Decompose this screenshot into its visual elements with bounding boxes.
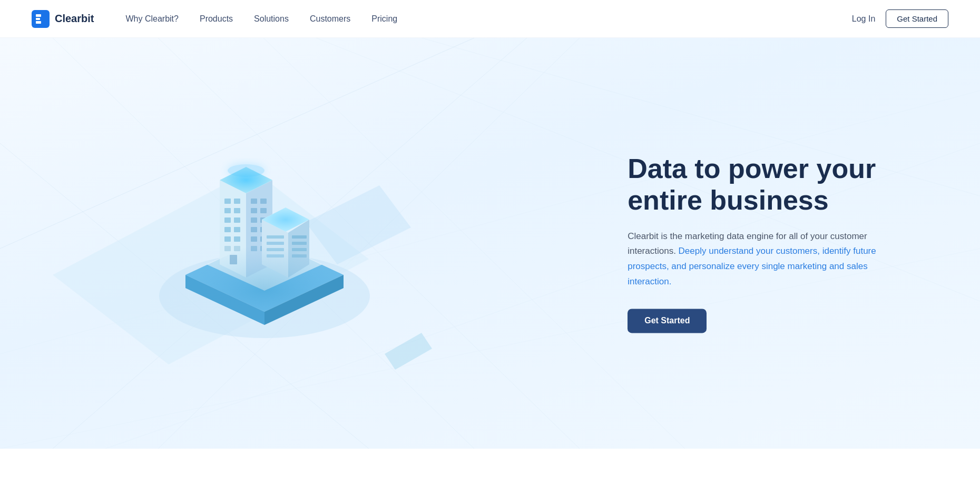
navigation: Clearbit Why Clearbit? Products Solution…	[0, 0, 980, 38]
hero-content: Data to power your entire business Clear…	[628, 153, 901, 333]
svg-point-65	[228, 164, 264, 177]
nav-links: Why Clearbit? Products Solutions Custome…	[125, 14, 851, 24]
svg-rect-35	[224, 236, 231, 242]
bottom-title: Data done differently	[32, 480, 948, 485]
clearbit-logo-icon	[32, 10, 50, 28]
isometric-scene	[122, 85, 417, 380]
hero-illustration	[0, 38, 539, 449]
building-svg	[122, 85, 417, 380]
svg-rect-56	[267, 235, 284, 239]
hero-title: Data to power your entire business	[628, 153, 901, 216]
nav-actions: Log In Get Started	[852, 9, 948, 28]
svg-rect-46	[251, 227, 257, 232]
svg-rect-62	[292, 248, 307, 251]
nav-link-solutions[interactable]: Solutions	[254, 14, 289, 24]
svg-rect-30	[234, 208, 240, 213]
nav-link-products[interactable]: Products	[200, 14, 233, 24]
svg-rect-41	[260, 199, 267, 204]
svg-rect-36	[234, 236, 240, 242]
nav-get-started-button[interactable]: Get Started	[886, 9, 948, 28]
svg-rect-28	[234, 199, 240, 204]
svg-rect-29	[224, 208, 231, 213]
nav-link-why-clearbit[interactable]: Why Clearbit?	[125, 14, 178, 24]
hero-section: Data to power your entire business Clear…	[0, 38, 980, 449]
nav-link-customers[interactable]: Customers	[310, 14, 350, 24]
svg-rect-60	[292, 235, 307, 239]
svg-rect-3	[36, 21, 41, 24]
nav-link-pricing[interactable]: Pricing	[371, 14, 397, 24]
logo-link[interactable]: Clearbit	[32, 10, 94, 28]
svg-rect-31	[224, 217, 231, 223]
svg-rect-37	[224, 246, 231, 251]
svg-rect-61	[292, 242, 307, 245]
svg-rect-0	[32, 10, 50, 28]
svg-rect-44	[251, 217, 257, 223]
svg-rect-34	[234, 227, 240, 232]
svg-rect-2	[36, 18, 40, 20]
hero-cta-button[interactable]: Get Started	[628, 309, 707, 333]
svg-rect-48	[251, 236, 257, 242]
bottom-section: Data done differently	[0, 449, 980, 485]
svg-rect-1	[36, 14, 41, 17]
svg-rect-32	[234, 217, 240, 223]
svg-rect-33	[224, 227, 231, 232]
svg-rect-27	[224, 199, 231, 204]
svg-rect-43	[260, 208, 267, 213]
hero-description: Clearbit is the marketing data engine fo…	[628, 229, 880, 290]
svg-rect-42	[251, 208, 257, 213]
login-link[interactable]: Log In	[852, 14, 875, 24]
logo-text: Clearbit	[55, 13, 94, 25]
svg-rect-40	[251, 199, 257, 204]
